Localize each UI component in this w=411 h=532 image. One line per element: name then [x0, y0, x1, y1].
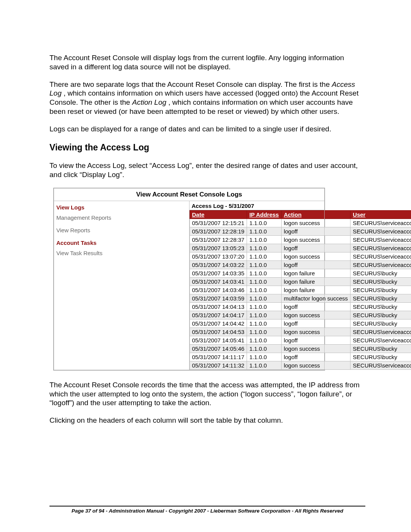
table-row: 05/31/2007 14:11:321.1.0.0logon successS…	[190, 361, 411, 369]
cell-action: logon success	[281, 219, 350, 227]
col-header-action[interactable]: Action	[281, 210, 350, 219]
cell-ip: 1.1.0.0	[247, 302, 282, 311]
table-row: 05/31/2007 13:07:201.1.0.0logon successS…	[190, 252, 411, 260]
table-row: 05/31/2007 14:03:461.1.0.0logon failureS…	[190, 286, 411, 294]
cell-action: multifactor logon success	[281, 294, 350, 302]
cell-action: logon success	[281, 235, 350, 244]
table-row: 05/31/2007 14:05:411.1.0.0logoffSECURUS\…	[190, 336, 411, 344]
cell-ip: 1.1.0.0	[247, 269, 282, 277]
col-header-ip[interactable]: IP Address	[247, 210, 282, 219]
cell-user: SECURUS\serviceaccount	[350, 336, 411, 344]
section-heading: Viewing the Access Log	[49, 142, 365, 153]
table-row: 05/31/2007 14:03:351.1.0.0logon failureS…	[190, 269, 411, 277]
table-row: 05/31/2007 14:03:221.1.0.0logoffSECURUS\…	[190, 260, 411, 269]
cell-user: SECURUS\serviceaccount	[350, 361, 411, 369]
cell-action: logon failure	[281, 269, 350, 277]
table-row: 05/31/2007 14:04:131.1.0.0logoffSECURUS\…	[190, 302, 411, 311]
cell-ip: 1.1.0.0	[247, 235, 282, 244]
cell-action: logon success	[281, 361, 350, 369]
cell-action: logon failure	[281, 286, 350, 294]
table-row: 05/31/2007 13:05:231.1.0.0logoffSECURUS\…	[190, 244, 411, 252]
footer-rule	[49, 506, 365, 506]
col-header-user[interactable]: User	[350, 210, 411, 219]
cell-date: 05/31/2007 14:05:46	[190, 344, 247, 353]
cell-date: 05/31/2007 14:04:17	[190, 311, 247, 319]
cell-action: logon success	[281, 311, 350, 319]
cell-date: 05/31/2007 14:03:46	[190, 286, 247, 294]
cell-user: SECURUS\serviceaccount	[350, 235, 411, 244]
sidebar-item-view-task-results[interactable]: View Task Results	[56, 250, 187, 256]
table-row: 05/31/2007 12:28:191.1.0.0logoffSECURUS\…	[190, 227, 411, 235]
cell-date: 05/31/2007 12:28:19	[190, 227, 247, 235]
cell-ip: 1.1.0.0	[247, 336, 282, 344]
cell-date: 05/31/2007 12:28:37	[190, 235, 247, 244]
cell-ip: 1.1.0.0	[247, 286, 282, 294]
cell-ip: 1.1.0.0	[247, 277, 282, 286]
cell-ip: 1.1.0.0	[247, 244, 282, 252]
cell-date: 05/31/2007 14:04:53	[190, 328, 247, 336]
emphasis-action-log: Action Log	[132, 98, 166, 106]
cell-user: SECURUS\bucky	[350, 311, 411, 319]
cell-ip: 1.1.0.0	[247, 260, 282, 269]
cell-ip: 1.1.0.0	[247, 252, 282, 260]
cell-date: 05/31/2007 14:03:22	[190, 260, 247, 269]
cell-ip: 1.1.0.0	[247, 227, 282, 235]
table-row: 05/31/2007 14:05:461.1.0.0logon successS…	[190, 344, 411, 353]
cell-action: logoff	[281, 302, 350, 311]
table-row: 05/31/2007 12:28:371.1.0.0logon successS…	[190, 235, 411, 244]
cell-action: logoff	[281, 336, 350, 344]
sidebar-section-account-tasks[interactable]: Account Tasks	[56, 240, 187, 246]
page-footer: Page 37 of 94 - Administration Manual - …	[49, 508, 365, 514]
paragraph: The Account Reset Console will display l…	[49, 53, 365, 72]
cell-user: SECURUS\serviceaccount	[350, 227, 411, 235]
cell-user: SECURUS\serviceaccount	[350, 328, 411, 336]
cell-date: 05/31/2007 14:04:13	[190, 302, 247, 311]
col-header-date[interactable]: Date	[190, 210, 247, 219]
cell-user: SECURUS\bucky	[350, 319, 411, 328]
access-log-table: Date IP Address Action User 05/31/2007 1…	[190, 210, 411, 370]
cell-user: SECURUS\bucky	[350, 302, 411, 311]
cell-date: 05/31/2007 14:04:42	[190, 319, 247, 328]
cell-action: logon success	[281, 252, 350, 260]
cell-action: logoff	[281, 260, 350, 269]
logs-panel: View Account Reset Console Logs View Log…	[53, 188, 325, 371]
cell-user: SECURUS\bucky	[350, 277, 411, 286]
content-header: Access Log - 5/31/2007	[190, 201, 325, 210]
table-row: 05/31/2007 14:11:171.1.0.0logoffSECURUS\…	[190, 353, 411, 361]
cell-action: logoff	[281, 227, 350, 235]
sidebar-section-view-logs[interactable]: View Logs	[56, 204, 187, 211]
cell-user: SECURUS\serviceaccount	[350, 252, 411, 260]
cell-action: logon failure	[281, 277, 350, 286]
sidebar-item-management-reports[interactable]: Management Reports	[56, 214, 187, 221]
cell-user: SECURUS\serviceaccount	[350, 244, 411, 252]
cell-ip: 1.1.0.0	[247, 311, 282, 319]
cell-user: SECURUS\bucky	[350, 344, 411, 353]
table-row: 05/31/2007 14:04:531.1.0.0logon successS…	[190, 328, 411, 336]
cell-user: SECURUS\bucky	[350, 286, 411, 294]
paragraph: Logs can be displayed for a range of dat…	[49, 125, 365, 134]
cell-ip: 1.1.0.0	[247, 319, 282, 328]
table-row: 05/31/2007 14:04:171.1.0.0logon successS…	[190, 311, 411, 319]
cell-action: logoff	[281, 244, 350, 252]
text: There are two separate logs that the Acc…	[49, 80, 332, 88]
cell-date: 05/31/2007 14:11:17	[190, 353, 247, 361]
cell-action: logoff	[281, 319, 350, 328]
panel-title: View Account Reset Console Logs	[54, 188, 325, 201]
sidebar-item-view-reports[interactable]: View Reports	[56, 227, 187, 233]
cell-action: logon success	[281, 328, 350, 336]
cell-ip: 1.1.0.0	[247, 219, 282, 227]
table-row: 05/31/2007 12:15:211.1.0.0logon successS…	[190, 219, 411, 227]
paragraph: To view the Access Log, select “Access L…	[49, 161, 365, 179]
paragraph: The Account Reset Console records the ti…	[49, 380, 365, 407]
cell-date: 05/31/2007 13:05:23	[190, 244, 247, 252]
cell-date: 05/31/2007 14:05:41	[190, 336, 247, 344]
cell-user: SECURUS\bucky	[350, 294, 411, 302]
cell-date: 05/31/2007 12:15:21	[190, 219, 247, 227]
cell-date: 05/31/2007 14:03:59	[190, 294, 247, 302]
cell-date: 05/31/2007 14:03:41	[190, 277, 247, 286]
cell-date: 05/31/2007 13:07:20	[190, 252, 247, 260]
cell-ip: 1.1.0.0	[247, 344, 282, 353]
paragraph: Clicking on the headers of each column w…	[49, 416, 365, 425]
cell-user: SECURUS\serviceaccount	[350, 260, 411, 269]
cell-ip: 1.1.0.0	[247, 353, 282, 361]
